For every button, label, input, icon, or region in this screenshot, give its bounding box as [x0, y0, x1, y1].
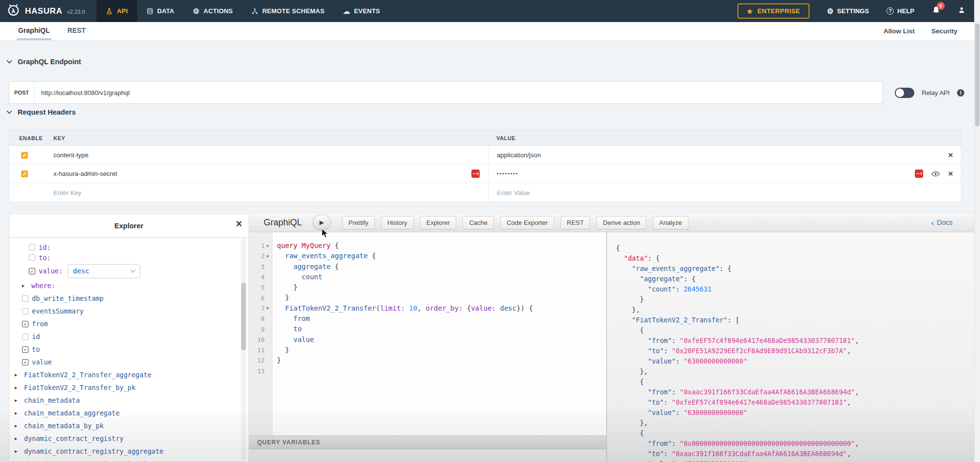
- response-line: },: [616, 418, 974, 428]
- sort-direction-dropdown[interactable]: desc: [68, 264, 140, 278]
- header-key-value[interactable]: content-type: [53, 151, 89, 159]
- nav-item-actions[interactable]: ⚙ACTIONS: [184, 0, 243, 22]
- code-exporter-button[interactable]: Code Exporter: [500, 216, 554, 229]
- nav-item-remote-schemas[interactable]: REMOTE SCHEMAS: [242, 0, 334, 22]
- header-value-value[interactable]: ••••••••: [497, 171, 518, 176]
- link-allow-list[interactable]: Allow List: [883, 27, 915, 35]
- graphql-endpoint-section-header[interactable]: GraphQL Endpoint: [7, 58, 81, 66]
- explorer-button[interactable]: Explorer: [420, 216, 456, 229]
- nav-item-api[interactable]: API: [97, 0, 137, 22]
- user-icon: [958, 6, 965, 16]
- password-manager-icon[interactable]: [915, 170, 923, 178]
- tab-rest[interactable]: REST: [66, 22, 87, 40]
- explorer-item-fiattokenv2-2-transfer-aggregate[interactable]: ▶FiatTokenV2_2_Transfer_aggregate: [9, 368, 248, 381]
- new-header-key-input[interactable]: [53, 189, 352, 196]
- response-viewer[interactable]: { "data": { "raw_events_aggregate": { "a…: [607, 232, 974, 462]
- checkbox-icon[interactable]: [29, 244, 35, 250]
- nav-item-data[interactable]: DATA: [137, 0, 184, 22]
- settings-button[interactable]: ⚙ SETTINGS: [827, 7, 869, 15]
- header-enable-checkbox[interactable]: ✓: [21, 152, 28, 159]
- checkbox-icon[interactable]: ✓: [22, 359, 28, 365]
- line-number: 9: [261, 326, 265, 333]
- checkbox-icon[interactable]: ✓: [22, 321, 28, 327]
- explorer-item-fiattokenv2-2-transfer-by-pk[interactable]: ▶FiatTokenV2_2_Transfer_by_pk: [9, 381, 248, 394]
- fold-arrow-icon[interactable]: ▾: [265, 306, 270, 311]
- explorer-item-chain-metadata-aggregate[interactable]: ▶chain_metadata_aggregate: [9, 407, 248, 419]
- response-line: "to": "0x20FE51A9229EEf2cF8Ad9E89d91CAb9…: [616, 346, 974, 356]
- explorer-scrollbar[interactable]: [241, 239, 246, 461]
- prettify-button[interactable]: Prettify: [342, 216, 374, 229]
- explorer-item-label: where:: [31, 282, 55, 290]
- response-line: "from": "0xaac391f166f33CdaEfaa4AfA6616A…: [616, 387, 974, 397]
- query-editor[interactable]: 1▾2▾34567▾8910111213 query MyQuery { raw…: [249, 232, 606, 436]
- explorer-item-to[interactable]: ✓to: [9, 343, 248, 356]
- enterprise-button[interactable]: ★ ENTERPRISE: [737, 3, 809, 19]
- expand-arrow-icon[interactable]: ▶: [15, 436, 21, 441]
- expand-arrow-icon[interactable]: ▶: [15, 372, 21, 377]
- info-icon[interactable]: i: [957, 89, 964, 97]
- password-manager-icon[interactable]: [471, 170, 480, 178]
- query-variables-editor[interactable]: [249, 449, 606, 462]
- explorer-item-chain-metadata[interactable]: ▶chain_metadata: [9, 394, 248, 407]
- new-header-value-input[interactable]: [497, 189, 816, 196]
- relay-api-control: Relay API i: [895, 88, 964, 98]
- explorer-item-dynamic-contract-registry[interactable]: ▶dynamic_contract_registry: [9, 432, 248, 445]
- explorer-item-from[interactable]: ✓from: [9, 317, 248, 330]
- expand-arrow-icon[interactable]: ▶: [15, 385, 21, 390]
- relay-api-toggle[interactable]: [895, 88, 914, 98]
- derive-action-button[interactable]: Derive action: [596, 216, 646, 229]
- expand-arrow-icon[interactable]: ▶: [15, 449, 21, 454]
- cache-button[interactable]: Cache: [463, 216, 494, 229]
- checkbox-icon[interactable]: ✓: [29, 268, 35, 274]
- explorer-item-value[interactable]: ✓value:desc: [9, 263, 248, 279]
- checkbox-icon[interactable]: ✓: [22, 346, 28, 353]
- checkbox-icon[interactable]: [29, 254, 35, 261]
- expand-arrow-icon[interactable]: ▶: [15, 411, 21, 415]
- request-headers-section-header[interactable]: Request Headers: [7, 108, 75, 116]
- help-button[interactable]: ? HELP: [886, 7, 914, 15]
- link-security[interactable]: Security: [931, 27, 957, 35]
- docs-link[interactable]: ‹ Docs: [931, 219, 953, 227]
- scrollbar-thumb[interactable]: [975, 24, 980, 126]
- fold-arrow-icon[interactable]: ▾: [265, 243, 270, 248]
- history-button[interactable]: History: [381, 216, 414, 229]
- fold-arrow-icon[interactable]: ▾: [265, 254, 270, 259]
- scrollbar-thumb[interactable]: [241, 283, 246, 350]
- user-menu-button[interactable]: [958, 6, 965, 16]
- expand-arrow-icon[interactable]: ▶: [22, 283, 28, 288]
- query-variables-bar[interactable]: QUERY VARIABLES: [249, 436, 606, 449]
- checkbox-icon[interactable]: [22, 308, 28, 315]
- nav-item-events[interactable]: ☁EVENTS: [334, 0, 389, 22]
- tab-graphiql[interactable]: GraphiQL: [17, 22, 51, 40]
- explorer-item-where[interactable]: ▶where:: [9, 279, 248, 292]
- header-key-value[interactable]: x-hasura-admin-secret: [53, 170, 117, 177]
- explorer-item-chain-metadata-by-pk[interactable]: ▶chain_metadata_by_pk: [9, 419, 248, 432]
- notifications-button[interactable]: 8: [932, 6, 940, 16]
- execute-query-button[interactable]: ▶: [313, 215, 331, 230]
- explorer-item-id[interactable]: id:: [9, 242, 248, 252]
- explorer-item-to[interactable]: to:: [9, 252, 248, 263]
- close-icon[interactable]: ×: [948, 170, 953, 178]
- header-enable-checkbox[interactable]: ✓: [21, 170, 28, 177]
- explorer-item-label: chain_metadata_aggregate: [24, 409, 120, 417]
- explorer-item-eventssummary[interactable]: eventsSummary: [9, 305, 248, 317]
- eye-icon[interactable]: [931, 171, 940, 177]
- explorer-item-db-write-timestamp[interactable]: db_write_timestamp: [9, 292, 248, 305]
- page-scrollbar[interactable]: [974, 0, 980, 462]
- close-icon[interactable]: ×: [236, 219, 242, 229]
- expand-arrow-icon[interactable]: ▶: [15, 423, 21, 428]
- analyze-button[interactable]: Analyze: [653, 216, 688, 229]
- explorer-item-id[interactable]: id: [9, 330, 248, 343]
- header-value-value[interactable]: application/json: [497, 151, 541, 159]
- explorer-item-value[interactable]: ✓value: [9, 356, 248, 368]
- checkbox-icon[interactable]: [22, 295, 28, 302]
- hasura-logo[interactable]: HASURA v2.23.0: [0, 0, 85, 22]
- endpoint-url-input[interactable]: [34, 81, 883, 104]
- checkbox-icon[interactable]: [22, 334, 28, 340]
- expand-arrow-icon[interactable]: ▶: [15, 398, 21, 403]
- close-icon[interactable]: ×: [948, 151, 953, 159]
- explorer-item-dynamic-contract-registry-by-pk[interactable]: ▶dynamic_contract_registry_by_pk: [9, 458, 248, 462]
- explorer-item-dynamic-contract-registry-aggregate[interactable]: ▶dynamic_contract_registry_aggregate: [9, 445, 248, 458]
- line-number: 7: [261, 305, 265, 312]
- rest-button[interactable]: REST: [561, 216, 590, 229]
